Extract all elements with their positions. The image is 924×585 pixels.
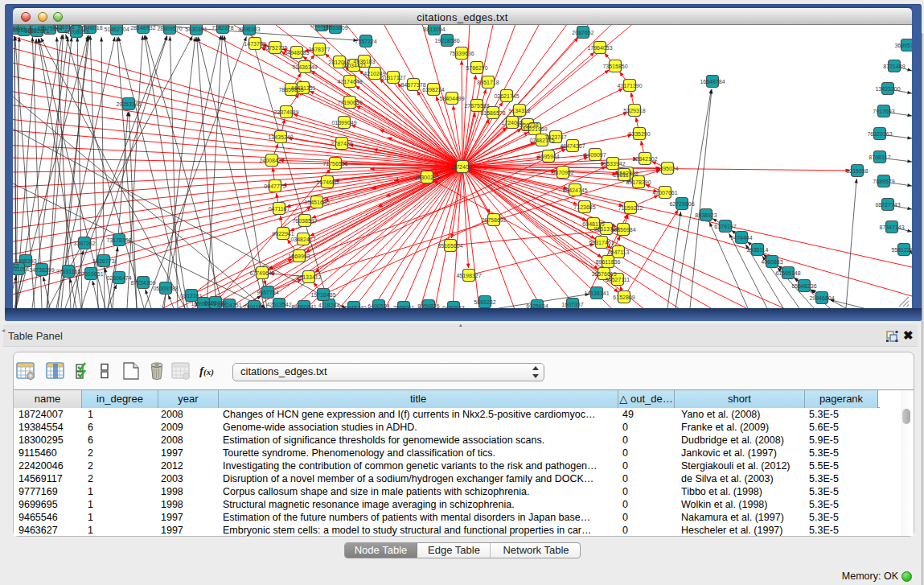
svg-text:85165604: 85165604	[437, 243, 462, 249]
svg-text:26758692: 26758692	[481, 217, 506, 223]
svg-text:5766270: 5766270	[466, 65, 487, 71]
svg-text:6409097: 6409097	[584, 152, 606, 158]
svg-text:88424745: 88424745	[562, 187, 587, 193]
svg-text:9134316: 9134316	[508, 108, 530, 113]
svg-text:1869993: 1869993	[288, 253, 310, 259]
svg-text:7889579: 7889579	[873, 179, 894, 184]
svg-text:87347143: 87347143	[879, 225, 904, 230]
svg-text:5430391: 5430391	[185, 27, 207, 32]
svg-text:73515850: 73515850	[602, 64, 627, 69]
svg-text:76320163: 76320163	[867, 131, 892, 137]
svg-text:54948083: 54948083	[284, 50, 309, 56]
svg-text:7917693: 7917693	[873, 109, 894, 114]
svg-text:41708053: 41708053	[64, 29, 88, 35]
svg-text:89178390: 89178390	[626, 179, 651, 185]
svg-text:4060883: 4060883	[761, 259, 782, 265]
svg-text:71756551: 71756551	[322, 161, 347, 167]
svg-text:7357224: 7357224	[355, 39, 376, 44]
svg-text:87234309: 87234309	[130, 280, 155, 286]
svg-text:7182278: 7182278	[211, 25, 233, 31]
svg-text:67010651: 67010651	[78, 271, 103, 277]
svg-text:16998543: 16998543	[191, 301, 216, 307]
svg-text:8215958: 8215958	[846, 168, 868, 174]
svg-text:0471167: 0471167	[269, 206, 290, 212]
svg-text:5098393: 5098393	[14, 258, 36, 264]
svg-text:02606474: 02606474	[106, 275, 131, 281]
svg-text:6379197: 6379197	[714, 224, 736, 229]
svg-text:29946804: 29946804	[809, 295, 834, 301]
svg-text:29053346: 29053346	[116, 101, 141, 107]
svg-text:76038597: 76038597	[292, 218, 317, 224]
svg-text:8951718: 8951718	[477, 80, 499, 85]
svg-text:16648784: 16648784	[700, 79, 725, 84]
svg-text:75339636: 75339636	[449, 51, 474, 56]
svg-text:4896383: 4896383	[238, 27, 260, 32]
svg-text:2787429: 2787429	[331, 141, 352, 146]
svg-text:37631165: 37631165	[56, 269, 81, 274]
svg-text:2087652: 2087652	[572, 30, 593, 35]
svg-text:18300295: 18300295	[414, 175, 439, 180]
svg-text:23374989: 23374989	[273, 109, 298, 115]
svg-text:7123685: 7123685	[573, 204, 595, 210]
svg-text:9335290: 9335290	[628, 131, 650, 137]
svg-text:13435240: 13435240	[268, 134, 293, 140]
svg-text:77190659: 77190659	[337, 100, 362, 105]
svg-text:34624751: 34624751	[216, 303, 241, 308]
svg-text:6025634: 6025634	[526, 303, 548, 309]
svg-text:46474367: 46474367	[560, 143, 585, 149]
svg-text:92221969: 92221969	[522, 126, 547, 132]
svg-text:35348740: 35348740	[341, 305, 366, 309]
svg-text:68727743: 68727743	[875, 202, 900, 208]
svg-text:47007661: 47007661	[652, 190, 677, 196]
svg-text:42513542: 42513542	[266, 302, 291, 307]
svg-text:14136141: 14136141	[584, 290, 609, 296]
svg-text:2935114: 2935114	[747, 247, 769, 253]
svg-text:3387262: 3387262	[73, 241, 95, 246]
svg-text:5395024: 5395024	[656, 166, 678, 171]
svg-text:6152809: 6152809	[613, 295, 634, 300]
svg-text:27875588: 27875588	[464, 103, 489, 109]
svg-text:8721489: 8721489	[883, 64, 905, 69]
svg-text:(x): (x)	[203, 367, 214, 377]
svg-text:5674680: 5674680	[316, 179, 338, 185]
svg-text:0947775: 0947775	[264, 183, 285, 189]
svg-text:65375564: 65375564	[37, 26, 62, 31]
svg-text:36576615: 36576615	[591, 271, 616, 277]
svg-text:44431351: 44431351	[290, 85, 315, 91]
svg-text:1607337: 1607337	[561, 302, 583, 307]
svg-text:0450533: 0450533	[442, 305, 464, 309]
svg-text:03482477: 03482477	[290, 237, 315, 242]
svg-text:99856984: 99856984	[610, 227, 635, 233]
svg-text:1031051: 1031051	[13, 266, 30, 272]
svg-text:7868011: 7868011	[393, 305, 415, 309]
svg-text:61586578: 61586578	[480, 110, 505, 116]
svg-text:89611836: 89611836	[596, 259, 621, 265]
svg-text:8708317: 8708317	[869, 154, 890, 160]
svg-text:39533942: 39533942	[600, 161, 625, 167]
svg-text:45198327: 45198327	[456, 273, 481, 278]
svg-text:59317461: 59317461	[589, 240, 614, 245]
svg-text:18724007: 18724007	[450, 164, 474, 170]
svg-text:19218586: 19218586	[434, 38, 459, 43]
svg-text:9474444: 9474444	[730, 235, 752, 241]
svg-text:01436349: 01436349	[292, 64, 317, 70]
svg-text:2681177: 2681177	[614, 172, 635, 178]
svg-text:4118244: 4118244	[318, 303, 340, 308]
svg-text:71159212: 71159212	[618, 205, 643, 211]
svg-text:0047113: 0047113	[608, 249, 630, 255]
svg-text:3695944: 3695944	[537, 154, 559, 159]
svg-text:24008427: 24008427	[259, 158, 284, 163]
svg-text:90162720: 90162720	[13, 27, 37, 33]
svg-text:34738299: 34738299	[29, 267, 54, 273]
svg-text:5869232: 5869232	[474, 299, 495, 305]
svg-text:28809570: 28809570	[157, 26, 182, 31]
svg-text:8059826: 8059826	[417, 303, 439, 309]
svg-text:36995777: 36995777	[894, 43, 912, 48]
svg-text:47174648: 47174648	[337, 79, 362, 84]
svg-text:9022941: 9022941	[272, 231, 294, 237]
svg-text:51462704: 51462704	[104, 27, 129, 32]
svg-text:62729806: 62729806	[669, 201, 694, 207]
svg-text:55812236: 55812236	[891, 247, 912, 253]
svg-text:02621745: 02621745	[494, 93, 519, 99]
svg-text:4936183: 4936183	[353, 59, 375, 64]
